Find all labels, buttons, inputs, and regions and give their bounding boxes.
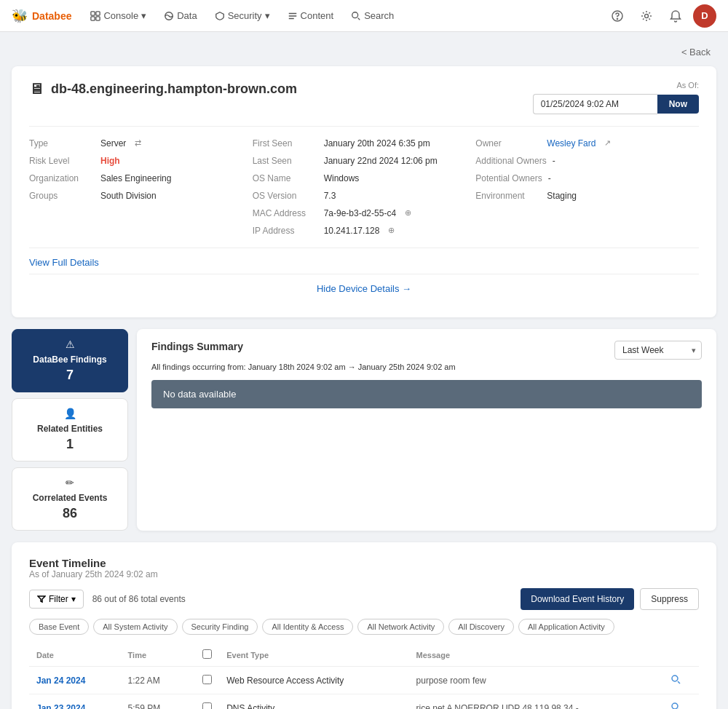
right-panel: Findings Summary Last Week Last Month La… bbox=[137, 329, 716, 531]
event-time: 1:22 AM bbox=[121, 667, 196, 694]
events-table-head: Date Time Event Type Message bbox=[29, 643, 699, 667]
ip-copy-icon[interactable]: ⊕ bbox=[388, 226, 395, 235]
main-content: < Back 🖥 db-48.engineering.hampton-brown… bbox=[0, 32, 728, 709]
svg-rect-0 bbox=[91, 11, 95, 15]
device-header: 🖥 db-48.engineering.hampton-brown.com As… bbox=[29, 81, 699, 127]
findings-card: Findings Summary Last Week Last Month La… bbox=[137, 329, 716, 531]
event-checkbox[interactable] bbox=[202, 675, 212, 684]
event-time: 5:59 PM bbox=[121, 694, 196, 710]
svg-rect-2 bbox=[91, 16, 95, 20]
svg-rect-3 bbox=[96, 16, 100, 20]
event-timeline-card: Event Timeline As of January 25th 2024 9… bbox=[12, 542, 716, 709]
now-button[interactable]: Now bbox=[657, 95, 699, 114]
events-tbody: Jan 24 2024 1:22 AM Web Resource Access … bbox=[29, 667, 699, 710]
period-select-wrapper: Last Week Last Month Last 3 Months Custo… bbox=[614, 341, 702, 360]
related-entities-count: 1 bbox=[66, 437, 74, 452]
user-avatar[interactable]: D bbox=[693, 4, 716, 28]
event-type: Web Resource Access Activity bbox=[219, 667, 408, 694]
download-event-history-button[interactable]: Download Event History bbox=[521, 588, 634, 610]
nav-data-label: Data bbox=[177, 10, 197, 21]
event-search-icon[interactable] bbox=[663, 667, 699, 694]
chevron-down-icon: ▾ bbox=[141, 10, 146, 21]
as-of-label: As Of: bbox=[676, 81, 699, 90]
as-of-section: As Of: Now bbox=[533, 81, 699, 114]
owner-link-icon[interactable]: ↗ bbox=[604, 138, 611, 148]
nav-data[interactable]: Data bbox=[157, 6, 204, 25]
col-action bbox=[663, 643, 699, 667]
chevron-down-icon: ▾ bbox=[265, 10, 270, 21]
event-checkbox[interactable] bbox=[202, 702, 212, 710]
event-checkbox-cell bbox=[195, 694, 219, 710]
filter-tag-network[interactable]: All Network Activity bbox=[357, 619, 444, 635]
events-table: Date Time Event Type Message Jan 24 2024… bbox=[29, 643, 699, 709]
filter-tag-application[interactable]: All Application Activity bbox=[518, 619, 614, 635]
databee-findings-btn[interactable]: ⚠ DataBee Findings 7 bbox=[12, 329, 128, 392]
meta-environment: Environment Staging bbox=[475, 191, 699, 201]
suppress-button[interactable]: Suppress bbox=[640, 588, 699, 610]
view-full-details-link[interactable]: View Full Details bbox=[29, 257, 99, 268]
type-icon[interactable]: ⇄ bbox=[135, 138, 141, 148]
svg-point-5 bbox=[352, 12, 358, 17]
findings-range: All findings occurring from: January 18t… bbox=[151, 363, 702, 371]
filter-button[interactable]: Filter ▾ bbox=[29, 590, 84, 609]
correlated-events-btn[interactable]: ✏ Correlated Events 86 bbox=[12, 467, 128, 531]
nav-content[interactable]: Content bbox=[280, 6, 341, 25]
notifications-button[interactable] bbox=[664, 4, 687, 28]
svg-point-9 bbox=[672, 676, 678, 681]
filter-label: Filter bbox=[49, 594, 68, 604]
logo-icon: 🐝 bbox=[12, 8, 28, 24]
nav-console-label: Console bbox=[103, 10, 138, 21]
col-checkbox-header bbox=[195, 643, 219, 667]
top-navigation: 🐝 Databee Console ▾ Data Security ▾ Cont… bbox=[0, 0, 728, 32]
monitor-icon: 🖥 bbox=[29, 81, 44, 98]
related-entities-label: Related Entities bbox=[37, 424, 103, 434]
back-button[interactable]: < Back bbox=[676, 44, 716, 60]
timeline-actions: Download Event History Suppress bbox=[521, 588, 699, 610]
event-checkbox-cell bbox=[195, 667, 219, 694]
findings-range-prefix: All findings occurring from: bbox=[151, 363, 246, 371]
table-row: Jan 24 2024 1:22 AM Web Resource Access … bbox=[29, 667, 699, 694]
filter-tag-security[interactable]: Security Finding bbox=[182, 619, 258, 635]
nav-security[interactable]: Security ▾ bbox=[207, 6, 277, 25]
meta-org: Organization Sales Engineering bbox=[29, 173, 253, 183]
nav-console[interactable]: Console ▾ bbox=[83, 6, 154, 25]
as-of-date-input[interactable] bbox=[533, 94, 657, 114]
meta-last-seen: Last Seen January 22nd 2024 12:06 pm bbox=[253, 156, 476, 166]
left-panel: ⚠ DataBee Findings 7 👤 Related Entities … bbox=[12, 329, 128, 531]
correlated-events-label: Correlated Events bbox=[33, 493, 108, 503]
device-meta: Type Server ⇄ Risk Level High Organizati… bbox=[29, 127, 699, 248]
app-logo[interactable]: 🐝 Databee bbox=[12, 8, 71, 24]
meta-col-1: Type Server ⇄ Risk Level High Organizati… bbox=[29, 138, 253, 236]
device-hostname: db-48.engineering.hampton-brown.com bbox=[51, 82, 297, 97]
event-search-icon[interactable] bbox=[663, 694, 699, 710]
no-data-bar: No data available bbox=[151, 380, 702, 408]
col-time: Time bbox=[121, 643, 196, 667]
person-icon: 👤 bbox=[64, 408, 76, 419]
select-all-checkbox[interactable] bbox=[202, 649, 212, 659]
mac-copy-icon[interactable]: ⊕ bbox=[405, 208, 411, 218]
event-type: DNS Activity bbox=[219, 694, 408, 710]
period-select[interactable]: Last Week Last Month Last 3 Months Custo… bbox=[614, 341, 702, 360]
meta-col-2: First Seen January 20th 2024 6:35 pm Las… bbox=[253, 138, 476, 236]
topnav-right: D bbox=[606, 4, 716, 28]
meta-ip: IP Address 10.241.17.128 ⊕ bbox=[253, 226, 476, 236]
meta-first-seen: First Seen January 20th 2024 6:35 pm bbox=[253, 138, 476, 148]
filter-tag-identity[interactable]: All Identity & Access bbox=[262, 619, 353, 635]
filter-tag-discovery[interactable]: All Discovery bbox=[448, 619, 514, 635]
filter-chevron: ▾ bbox=[71, 594, 76, 604]
settings-button[interactable] bbox=[635, 4, 658, 28]
help-button[interactable] bbox=[606, 4, 629, 28]
meta-risk: Risk Level High bbox=[29, 156, 253, 166]
pencil-icon: ✏ bbox=[66, 477, 74, 488]
nav-content-label: Content bbox=[301, 10, 334, 21]
col-date: Date bbox=[29, 643, 121, 667]
related-entities-btn[interactable]: 👤 Related Entities 1 bbox=[12, 398, 128, 462]
filter-tag-base-event[interactable]: Base Event bbox=[29, 619, 89, 635]
hide-device-details-btn[interactable]: Hide Device Details → bbox=[29, 274, 699, 303]
meta-groups: Groups South Division bbox=[29, 191, 253, 201]
filter-tag-system[interactable]: All System Activity bbox=[93, 619, 177, 635]
panels-row: ⚠ DataBee Findings 7 👤 Related Entities … bbox=[12, 329, 716, 531]
nav-search[interactable]: Search bbox=[344, 6, 401, 25]
svg-point-10 bbox=[672, 703, 678, 709]
timeline-header: Event Timeline As of January 25th 2024 9… bbox=[29, 557, 699, 579]
